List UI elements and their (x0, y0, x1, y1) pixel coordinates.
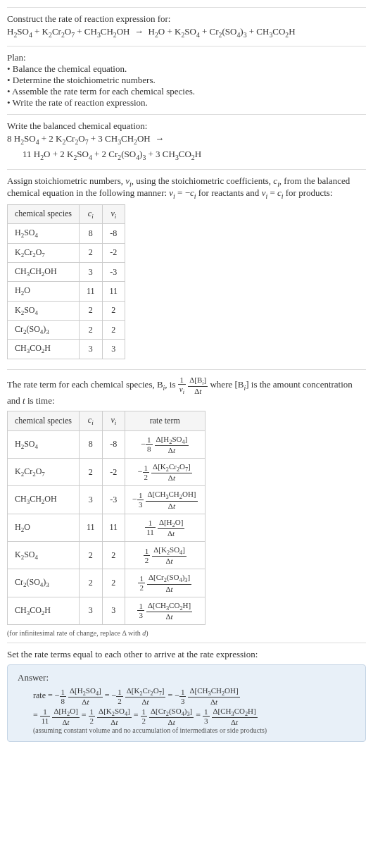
answer-box: Answer: rate = −18 Δ[H2SO4]Δt = −12 Δ[K2… (7, 664, 366, 742)
cell-species: K2Cr2O7 (8, 243, 80, 262)
intro-section: Construct the rate of reaction expressio… (7, 7, 366, 46)
cell-rate: −18 Δ[H2SO4]Δt (125, 430, 205, 458)
col-c: ci (79, 411, 102, 430)
stoich-intro: Assign stoichiometric numbers, νi, using… (7, 175, 366, 200)
rate-line-2: = 111 Δ[H2O]Δt = 12 Δ[K2SO4]Δt = 12 Δ[Cr… (33, 706, 355, 726)
col-nu: νi (102, 411, 125, 430)
table-header-row: chemical species ci νi rate term (8, 411, 206, 430)
cell-c: 8 (79, 224, 102, 243)
stoich-section: Assign stoichiometric numbers, νi, using… (7, 169, 366, 369)
table-row: CH3CH2OH3-3 (8, 262, 125, 281)
cell-nu: -8 (102, 224, 125, 243)
cell-species: H2SO4 (8, 224, 80, 243)
cell-species: Cr2(SO4)3 (8, 321, 80, 340)
table-row: H2SO48-8−18 Δ[H2SO4]Δt (8, 430, 206, 458)
cell-c: 2 (79, 458, 102, 485)
cell-nu: -2 (102, 243, 125, 262)
cell-species: K2SO4 (8, 301, 80, 320)
plan-item-text: Determine the stoichiometric numbers. (13, 75, 156, 85)
cell-c: 3 (79, 340, 102, 359)
cell-rate: 12 Δ[Cr2(SO4)3]Δt (125, 569, 205, 597)
cell-c: 8 (79, 430, 102, 458)
final-section: Set the rate terms equal to each other t… (7, 643, 366, 748)
cell-c: 2 (79, 321, 102, 340)
table-row: H2O1111 (8, 282, 125, 301)
table-header-row: chemical species ci νi (8, 204, 125, 223)
cell-nu: 3 (102, 340, 125, 359)
cell-species: CH3CO2H (8, 597, 80, 624)
cell-species: CH3CH2OH (8, 486, 80, 514)
cell-rate: 12 Δ[K2SO4]Δt (125, 541, 205, 569)
cell-c: 2 (79, 569, 102, 597)
cell-species: K2SO4 (8, 541, 80, 569)
cell-c: 2 (79, 541, 102, 569)
col-species: chemical species (8, 204, 80, 223)
cell-nu: -8 (102, 430, 125, 458)
table-row: CH3CO2H33 (8, 340, 125, 359)
plan-item-text: Balance the chemical equation. (13, 63, 127, 74)
table-row: K2Cr2O72-2 (8, 243, 125, 262)
cell-species: H2SO4 (8, 430, 80, 458)
table-row: K2Cr2O72-2−12 Δ[K2Cr2O7]Δt (8, 458, 206, 485)
cell-nu: 3 (102, 597, 125, 624)
unbalanced-equation: H2SO4 + K2Cr2O7 + CH3CH2OH → H2O + K2SO4… (7, 25, 366, 40)
cell-c: 11 (79, 514, 102, 541)
plan-title: Plan: (7, 52, 366, 63)
table-row: Cr2(SO4)32212 Δ[Cr2(SO4)3]Δt (8, 569, 206, 597)
table-row: CH3CH2OH3-3−13 Δ[CH3CH2OH]Δt (8, 486, 206, 514)
rateterm-section: The rate term for each chemical species,… (7, 369, 366, 643)
col-c: ci (79, 204, 102, 223)
cell-nu: 2 (102, 541, 125, 569)
cell-c: 3 (79, 486, 102, 514)
plan-item-2: • Assemble the rate term for each chemic… (7, 86, 366, 97)
col-rate: rate term (125, 411, 205, 430)
cell-rate: 13 Δ[CH3CO2H]Δt (125, 597, 205, 624)
cell-species: H2O (8, 514, 80, 541)
cell-c: 2 (79, 301, 102, 320)
cell-nu: 11 (102, 282, 125, 301)
table-row: K2SO422 (8, 301, 125, 320)
rate-line-1: rate = −18 Δ[H2SO4]Δt = −12 Δ[K2Cr2O7]Δt… (33, 686, 355, 706)
col-species: chemical species (8, 411, 80, 430)
plan-item-1: • Determine the stoichiometric numbers. (7, 75, 366, 86)
plan-item-text: Write the rate of reaction expression. (13, 97, 148, 108)
rateterm-table: chemical species ci νi rate term H2SO48-… (7, 411, 206, 625)
cell-nu: -3 (102, 486, 125, 514)
cell-nu: 11 (102, 514, 125, 541)
cell-rate: −13 Δ[CH3CH2OH]Δt (125, 486, 205, 514)
cell-species: Cr2(SO4)3 (8, 569, 80, 597)
stoich-table: chemical species ci νi H2SO48-8K2Cr2O72-… (7, 204, 125, 359)
plan-section: Plan: • Balance the chemical equation. •… (7, 46, 366, 114)
table-row: CH3CO2H3313 Δ[CH3CO2H]Δt (8, 597, 206, 624)
stoich-tbody: H2SO48-8K2Cr2O72-2CH3CH2OH3-3H2O1111K2SO… (8, 224, 125, 359)
balanced-title: Write the balanced chemical equation: (7, 120, 366, 132)
table-row: H2SO48-8 (8, 224, 125, 243)
table-row: K2SO42212 Δ[K2SO4]Δt (8, 541, 206, 569)
table-row: Cr2(SO4)322 (8, 321, 125, 340)
cell-species: H2O (8, 282, 80, 301)
rateterm-footnote: (for infinitesimal rate of change, repla… (7, 629, 366, 637)
cell-nu: -2 (102, 458, 125, 485)
balanced-lhs: 8 H2SO4 + 2 K2Cr2O7 + 3 CH3CH2OH → (7, 132, 366, 147)
col-nu: νi (102, 204, 125, 223)
cell-rate: −12 Δ[K2Cr2O7]Δt (125, 458, 205, 485)
plan-item-text: Assemble the rate term for each chemical… (12, 86, 195, 97)
table-row: H2O1111111 Δ[H2O]Δt (8, 514, 206, 541)
answer-label: Answer: (18, 672, 355, 683)
cell-nu: 2 (102, 301, 125, 320)
plan-item-0: • Balance the chemical equation. (7, 63, 366, 75)
cell-c: 3 (79, 262, 102, 281)
cell-c: 11 (79, 282, 102, 301)
balanced-rhs: 11 H2O + 2 K2SO4 + 2 Cr2(SO4)3 + 3 CH3CO… (23, 147, 366, 163)
cell-c: 3 (79, 597, 102, 624)
cell-species: CH3CO2H (8, 340, 80, 359)
balanced-section: Write the balanced chemical equation: 8 … (7, 114, 366, 168)
cell-nu: -3 (102, 262, 125, 281)
cell-c: 2 (79, 243, 102, 262)
answer-note: (assuming constant volume and no accumul… (33, 726, 355, 734)
cell-nu: 2 (102, 321, 125, 340)
cell-species: CH3CH2OH (8, 262, 80, 281)
cell-nu: 2 (102, 569, 125, 597)
cell-species: K2Cr2O7 (8, 458, 80, 485)
final-intro: Set the rate terms equal to each other t… (7, 649, 366, 660)
